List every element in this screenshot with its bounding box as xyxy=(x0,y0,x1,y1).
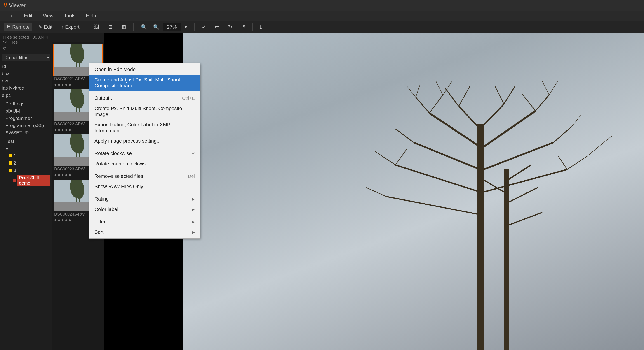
ctx-sep-5 xyxy=(90,215,200,216)
sidebar-item-1[interactable]: 1 xyxy=(7,152,52,159)
svg-line-44 xyxy=(506,165,531,181)
remote-label: Remote xyxy=(12,24,30,30)
svg-point-5 xyxy=(74,45,84,63)
rotate-ccw-button[interactable]: ↺ xyxy=(238,23,248,31)
files-info: Files selected : 00004 4 / 4 Files xyxy=(0,33,52,46)
separator-4 xyxy=(252,23,253,31)
svg-line-28 xyxy=(396,165,480,192)
remote-button[interactable]: 🖥 Remote xyxy=(4,23,32,31)
ctx-rating[interactable]: Rating ▶ xyxy=(90,194,200,204)
svg-line-54 xyxy=(572,115,581,127)
zoom-out-button[interactable]: 🔍 xyxy=(138,23,150,31)
sidebar-item-nykrog[interactable]: ias Nykrog xyxy=(0,84,52,92)
ctx-sort[interactable]: Sort ▶ xyxy=(90,227,200,237)
separator-3 xyxy=(194,23,194,31)
ctx-rotate-cw-label: Rotate clockwise xyxy=(94,151,132,156)
filmstrip-icon: ▦ xyxy=(121,24,126,30)
ctx-export-rating-label: Export Rating, Color Label to XMP Inform… xyxy=(94,122,195,134)
ctx-remove-selected[interactable]: Remove selected files Del xyxy=(90,171,200,181)
ctx-create-adjust-composite[interactable]: Create and Adjust Px. Shift Multi Shoot.… xyxy=(90,75,200,91)
sidebar-item-2[interactable]: 2 xyxy=(7,159,52,167)
photo-view-button[interactable]: 🖼 xyxy=(92,23,102,31)
sidebar-item-pixum[interactable]: pIXUM xyxy=(4,107,52,115)
zoom-in-button[interactable]: 🔍 xyxy=(150,23,162,31)
ctx-apply-image-process[interactable]: Apply image process setting... xyxy=(90,136,200,146)
svg-line-51 xyxy=(443,81,452,95)
svg-line-36 xyxy=(375,152,396,165)
ctx-filter[interactable]: Filter ▶ xyxy=(90,217,200,227)
photo-icon: 🖼 xyxy=(94,24,99,30)
menu-help[interactable]: Help xyxy=(84,12,98,20)
ctx-rotate-ccw[interactable]: Rotate counterclockwise L xyxy=(90,159,200,169)
ctx-open-edit-mode[interactable]: Open in Edit Mode xyxy=(90,64,200,75)
menu-file[interactable]: File xyxy=(4,12,15,20)
svg-point-23 xyxy=(74,181,84,199)
svg-line-34 xyxy=(429,95,443,113)
sidebar-item-box[interactable]: box xyxy=(0,70,52,77)
sidebar-item-perflogs[interactable]: PerfLogs xyxy=(4,100,52,107)
sidebar-item-pixel-shift[interactable]: Pixel Shift demo xyxy=(11,174,52,187)
svg-line-45 xyxy=(506,187,538,203)
rotate-cw-button[interactable]: ↻ xyxy=(225,23,235,31)
ctx-output-shortcut: Ctrl+E xyxy=(182,96,195,101)
svg-line-29 xyxy=(386,196,480,215)
svg-line-31 xyxy=(484,142,554,170)
svg-line-46 xyxy=(506,212,542,226)
ctx-show-raw[interactable]: Show RAW Files Only xyxy=(90,181,200,192)
menu-view[interactable]: View xyxy=(41,12,55,20)
svg-line-37 xyxy=(396,149,407,165)
sidebar-item-v[interactable]: V xyxy=(4,145,52,152)
svg-line-33 xyxy=(416,97,429,113)
ctx-output[interactable]: Output... Ctrl+E xyxy=(90,93,200,103)
sidebar-item-swsetup[interactable]: SWSETUP xyxy=(4,129,52,136)
zoom-dropdown[interactable]: ▾ xyxy=(182,23,190,31)
export-icon: ↑ xyxy=(62,24,64,29)
svg-line-60 xyxy=(459,86,470,106)
export-button[interactable]: ↑ Export xyxy=(59,23,82,31)
ctx-export-rating[interactable]: Export Rating, Color Label to XMP Inform… xyxy=(90,120,200,136)
compare-button[interactable]: ⇄ xyxy=(212,23,222,31)
svg-line-39 xyxy=(536,95,549,111)
sidebar-item-programmer[interactable]: Programmer xyxy=(4,115,52,122)
zoom-out-icon: 🔍 xyxy=(141,24,147,30)
ctx-create-composite[interactable]: Create Px. Shift Multi Shoot. Composite … xyxy=(90,103,200,120)
menubar: File Edit View Tools Help xyxy=(0,11,644,21)
edit-icon: ✎ xyxy=(39,24,42,30)
svg-line-53 xyxy=(549,80,558,95)
svg-line-26 xyxy=(429,113,480,147)
svg-line-58 xyxy=(480,104,504,129)
filter-select[interactable]: Do not filter xyxy=(2,54,50,61)
ctx-color-label[interactable]: Color label ▶ xyxy=(90,204,200,215)
svg-line-59 xyxy=(445,88,459,106)
zoom-in-icon: 🔍 xyxy=(153,24,159,30)
folder-dot-3 xyxy=(9,169,12,172)
filmstrip-button[interactable]: ▦ xyxy=(119,23,129,31)
svg-point-17 xyxy=(74,136,84,154)
svg-line-41 xyxy=(554,127,572,142)
svg-line-57 xyxy=(459,106,480,129)
svg-line-52 xyxy=(542,81,549,95)
zoom-value[interactable]: 27% xyxy=(163,23,181,31)
fit-button[interactable]: ⤢ xyxy=(199,23,208,31)
sidebar-item-programmer-x86[interactable]: Programmer (x86) xyxy=(4,122,52,129)
svg-line-40 xyxy=(522,94,536,111)
sidebar-item-epc[interactable]: e pc xyxy=(0,92,52,99)
info-button[interactable]: ℹ xyxy=(257,23,264,31)
pixel-shift-label: Pixel Shift demo xyxy=(17,175,50,186)
sidebar-item-rd[interactable]: rd xyxy=(0,63,52,70)
menu-edit[interactable]: Edit xyxy=(22,12,34,20)
sidebar-item-3[interactable]: 3 xyxy=(7,167,52,174)
svg-line-56 xyxy=(601,136,612,145)
sidebar-item-test[interactable]: Test xyxy=(4,138,52,145)
menu-tools[interactable]: Tools xyxy=(62,12,77,20)
grid-view-button[interactable]: ⊞ xyxy=(106,23,115,31)
ctx-remove-label: Remove selected files xyxy=(94,173,143,179)
filter-dropdown-container: Do not filter xyxy=(2,54,50,61)
edit-button[interactable]: ✎ Edit xyxy=(36,23,55,31)
svg-point-11 xyxy=(74,90,84,109)
svg-line-43 xyxy=(558,156,567,170)
app-title: Viewer xyxy=(9,2,26,8)
ctx-rotate-ccw-label: Rotate counterclockwise xyxy=(94,161,148,167)
sidebar-item-drive[interactable]: rive xyxy=(0,77,52,84)
ctx-rotate-cw[interactable]: Rotate clockwise R xyxy=(90,148,200,159)
